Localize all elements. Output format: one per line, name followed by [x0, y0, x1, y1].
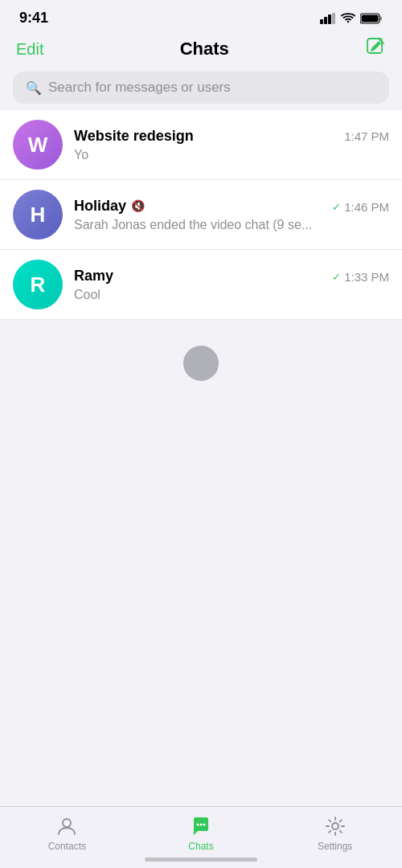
svg-rect-6	[380, 16, 383, 20]
settings-icon	[324, 815, 347, 837]
edit-button[interactable]: Edit	[16, 40, 43, 59]
svg-rect-3	[332, 13, 335, 24]
chat-content-holiday: Holiday 🔇 ✓ 1:46 PM Sarah Jonas ended th…	[74, 198, 389, 232]
svg-point-11	[203, 824, 206, 826]
tab-contacts-label: Contacts	[48, 841, 86, 852]
svg-rect-2	[328, 14, 331, 24]
svg-point-8	[63, 819, 71, 827]
chat-time: ✓ 1:46 PM	[332, 200, 389, 214]
chat-preview: Cool	[74, 288, 389, 302]
loading-indicator	[183, 346, 219, 381]
svg-rect-1	[324, 17, 327, 24]
chat-top: Website redesign 1:47 PM	[74, 128, 389, 145]
battery-icon	[360, 13, 383, 24]
chat-content-website-redesign: Website redesign 1:47 PM Yo	[74, 128, 389, 162]
wifi-icon	[341, 13, 355, 24]
chat-time: 1:47 PM	[344, 129, 389, 143]
status-time: 9:41	[19, 10, 48, 27]
tab-chats-label: Chats	[188, 841, 213, 852]
search-icon: 🔍	[26, 80, 42, 96]
page-title: Chats	[180, 39, 229, 59]
checkmark-icon: ✓	[332, 201, 341, 213]
chat-item-holiday[interactable]: H Holiday 🔇 ✓ 1:46 PM Sarah Jonas ended …	[0, 180, 402, 250]
svg-rect-5	[362, 14, 379, 22]
nav-bar: Edit Chats	[0, 30, 402, 72]
svg-point-10	[200, 824, 203, 826]
chat-list: W Website redesign 1:47 PM Yo H Holiday …	[0, 110, 402, 320]
chat-item-ramy[interactable]: R Ramy ✓ 1:33 PM Cool	[0, 250, 402, 320]
avatar-website-redesign: W	[13, 120, 63, 170]
svg-point-12	[332, 823, 338, 829]
signal-icon	[320, 13, 336, 24]
mute-icon: 🔇	[131, 199, 145, 212]
chat-preview: Sarah Jonas ended the video chat (9 se..…	[74, 218, 389, 232]
home-indicator	[145, 858, 257, 862]
checkmark-icon: ✓	[332, 271, 341, 283]
chat-top: Ramy ✓ 1:33 PM	[74, 268, 389, 285]
search-placeholder: Search for messages or users	[48, 80, 231, 96]
tab-settings[interactable]: Settings	[268, 815, 402, 852]
search-bar[interactable]: 🔍 Search for messages or users	[13, 72, 389, 104]
status-icons	[320, 13, 383, 24]
chat-name: Holiday 🔇	[74, 198, 145, 215]
chat-time: ✓ 1:33 PM	[332, 270, 389, 284]
tab-contacts[interactable]: Contacts	[0, 815, 134, 852]
chat-item-website-redesign[interactable]: W Website redesign 1:47 PM Yo	[0, 110, 402, 180]
chat-preview: Yo	[74, 148, 389, 162]
svg-point-9	[197, 824, 199, 826]
svg-rect-0	[320, 19, 323, 24]
chat-content-ramy: Ramy ✓ 1:33 PM Cool	[74, 268, 389, 302]
avatar-ramy: R	[13, 260, 63, 309]
chat-name: Ramy	[74, 268, 113, 285]
compose-button[interactable]	[365, 36, 386, 62]
status-bar: 9:41	[0, 0, 402, 30]
chat-name: Website redesign	[74, 128, 194, 145]
tab-settings-label: Settings	[318, 841, 352, 852]
contacts-icon	[55, 815, 78, 837]
chats-icon	[190, 815, 212, 837]
avatar-holiday: H	[13, 190, 63, 240]
chat-top: Holiday 🔇 ✓ 1:46 PM	[74, 198, 389, 215]
tab-chats[interactable]: Chats	[134, 815, 269, 852]
